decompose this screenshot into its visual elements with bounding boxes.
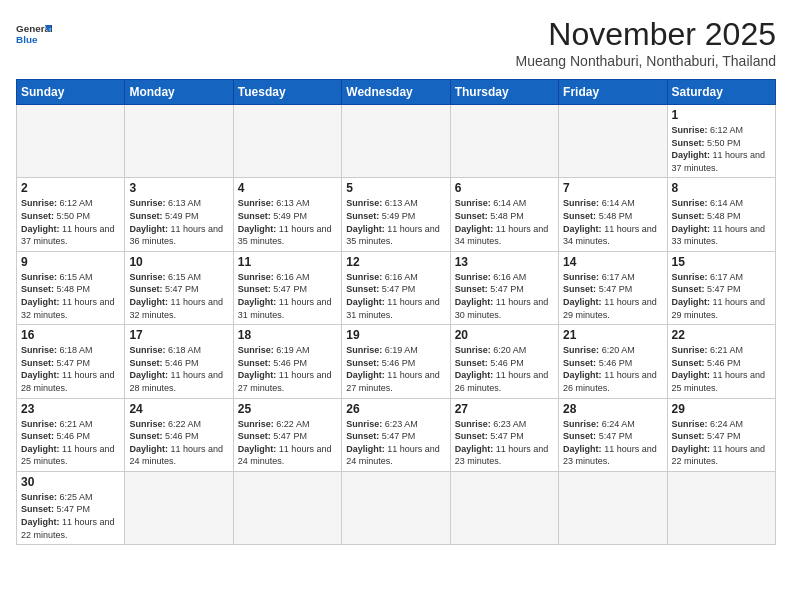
cell-content: Sunrise: 6:14 AMSunset: 5:48 PMDaylight:… bbox=[455, 197, 554, 247]
cell-content: Sunrise: 6:13 AMSunset: 5:49 PMDaylight:… bbox=[238, 197, 337, 247]
date-number: 4 bbox=[238, 181, 337, 195]
date-number: 18 bbox=[238, 328, 337, 342]
calendar-cell: 10Sunrise: 6:15 AMSunset: 5:47 PMDayligh… bbox=[125, 251, 233, 324]
week-row-5: 23Sunrise: 6:21 AMSunset: 5:46 PMDayligh… bbox=[17, 398, 776, 471]
date-number: 3 bbox=[129, 181, 228, 195]
week-row-6: 30Sunrise: 6:25 AMSunset: 5:47 PMDayligh… bbox=[17, 471, 776, 544]
daylight-label: Daylight: 11 hours and 26 minutes. bbox=[563, 370, 657, 393]
calendar-cell bbox=[17, 105, 125, 178]
sunset-label: Sunset: 5:49 PM bbox=[129, 211, 198, 221]
sunrise-label: Sunrise: 6:18 AM bbox=[129, 345, 201, 355]
daylight-label: Daylight: 11 hours and 25 minutes. bbox=[672, 370, 766, 393]
sunrise-label: Sunrise: 6:13 AM bbox=[346, 198, 418, 208]
calendar-cell: 19Sunrise: 6:19 AMSunset: 5:46 PMDayligh… bbox=[342, 325, 450, 398]
calendar-cell: 5Sunrise: 6:13 AMSunset: 5:49 PMDaylight… bbox=[342, 178, 450, 251]
daylight-label: Daylight: 11 hours and 35 minutes. bbox=[238, 224, 332, 247]
date-number: 17 bbox=[129, 328, 228, 342]
daylight-label: Daylight: 11 hours and 23 minutes. bbox=[563, 444, 657, 467]
calendar-cell: 30Sunrise: 6:25 AMSunset: 5:47 PMDayligh… bbox=[17, 471, 125, 544]
sunset-label: Sunset: 5:47 PM bbox=[563, 284, 632, 294]
calendar-cell bbox=[559, 105, 667, 178]
day-header-row: SundayMondayTuesdayWednesdayThursdayFrid… bbox=[17, 80, 776, 105]
daylight-label: Daylight: 11 hours and 24 minutes. bbox=[346, 444, 440, 467]
sunrise-label: Sunrise: 6:14 AM bbox=[455, 198, 527, 208]
daylight-label: Daylight: 11 hours and 34 minutes. bbox=[563, 224, 657, 247]
date-number: 16 bbox=[21, 328, 120, 342]
cell-content: Sunrise: 6:24 AMSunset: 5:47 PMDaylight:… bbox=[563, 418, 662, 468]
daylight-label: Daylight: 11 hours and 34 minutes. bbox=[455, 224, 549, 247]
date-number: 11 bbox=[238, 255, 337, 269]
date-number: 8 bbox=[672, 181, 771, 195]
cell-content: Sunrise: 6:15 AMSunset: 5:47 PMDaylight:… bbox=[129, 271, 228, 321]
sunrise-label: Sunrise: 6:13 AM bbox=[238, 198, 310, 208]
cell-content: Sunrise: 6:18 AMSunset: 5:46 PMDaylight:… bbox=[129, 344, 228, 394]
cell-content: Sunrise: 6:14 AMSunset: 5:48 PMDaylight:… bbox=[563, 197, 662, 247]
month-title: November 2025 bbox=[516, 16, 776, 53]
daylight-label: Daylight: 11 hours and 23 minutes. bbox=[455, 444, 549, 467]
sunrise-label: Sunrise: 6:13 AM bbox=[129, 198, 201, 208]
cell-content: Sunrise: 6:17 AMSunset: 5:47 PMDaylight:… bbox=[563, 271, 662, 321]
calendar-cell bbox=[233, 105, 341, 178]
daylight-label: Daylight: 11 hours and 22 minutes. bbox=[672, 444, 766, 467]
sunset-label: Sunset: 5:46 PM bbox=[672, 358, 741, 368]
date-number: 23 bbox=[21, 402, 120, 416]
calendar-cell: 12Sunrise: 6:16 AMSunset: 5:47 PMDayligh… bbox=[342, 251, 450, 324]
date-number: 10 bbox=[129, 255, 228, 269]
svg-text:General: General bbox=[16, 23, 52, 34]
daylight-label: Daylight: 11 hours and 22 minutes. bbox=[21, 517, 115, 540]
daylight-label: Daylight: 11 hours and 27 minutes. bbox=[346, 370, 440, 393]
sunset-label: Sunset: 5:48 PM bbox=[672, 211, 741, 221]
cell-content: Sunrise: 6:19 AMSunset: 5:46 PMDaylight:… bbox=[346, 344, 445, 394]
calendar-cell: 26Sunrise: 6:23 AMSunset: 5:47 PMDayligh… bbox=[342, 398, 450, 471]
daylight-label: Daylight: 11 hours and 36 minutes. bbox=[129, 224, 223, 247]
calendar-cell: 11Sunrise: 6:16 AMSunset: 5:47 PMDayligh… bbox=[233, 251, 341, 324]
cell-content: Sunrise: 6:19 AMSunset: 5:46 PMDaylight:… bbox=[238, 344, 337, 394]
sunset-label: Sunset: 5:46 PM bbox=[455, 358, 524, 368]
day-header-saturday: Saturday bbox=[667, 80, 775, 105]
calendar-cell: 9Sunrise: 6:15 AMSunset: 5:48 PMDaylight… bbox=[17, 251, 125, 324]
calendar-cell: 8Sunrise: 6:14 AMSunset: 5:48 PMDaylight… bbox=[667, 178, 775, 251]
sunset-label: Sunset: 5:48 PM bbox=[563, 211, 632, 221]
logo: General Blue bbox=[16, 16, 52, 52]
sunset-label: Sunset: 5:48 PM bbox=[21, 284, 90, 294]
calendar-cell bbox=[342, 105, 450, 178]
sunrise-label: Sunrise: 6:14 AM bbox=[672, 198, 744, 208]
cell-content: Sunrise: 6:23 AMSunset: 5:47 PMDaylight:… bbox=[455, 418, 554, 468]
sunrise-label: Sunrise: 6:16 AM bbox=[346, 272, 418, 282]
date-number: 21 bbox=[563, 328, 662, 342]
daylight-label: Daylight: 11 hours and 28 minutes. bbox=[129, 370, 223, 393]
calendar-cell: 17Sunrise: 6:18 AMSunset: 5:46 PMDayligh… bbox=[125, 325, 233, 398]
cell-content: Sunrise: 6:20 AMSunset: 5:46 PMDaylight:… bbox=[563, 344, 662, 394]
date-number: 20 bbox=[455, 328, 554, 342]
week-row-4: 16Sunrise: 6:18 AMSunset: 5:47 PMDayligh… bbox=[17, 325, 776, 398]
sunrise-label: Sunrise: 6:17 AM bbox=[563, 272, 635, 282]
date-number: 5 bbox=[346, 181, 445, 195]
title-area: November 2025 Mueang Nonthaburi, Nonthab… bbox=[516, 16, 776, 69]
day-header-tuesday: Tuesday bbox=[233, 80, 341, 105]
daylight-label: Daylight: 11 hours and 31 minutes. bbox=[346, 297, 440, 320]
cell-content: Sunrise: 6:23 AMSunset: 5:47 PMDaylight:… bbox=[346, 418, 445, 468]
date-number: 13 bbox=[455, 255, 554, 269]
sunset-label: Sunset: 5:46 PM bbox=[21, 431, 90, 441]
cell-content: Sunrise: 6:21 AMSunset: 5:46 PMDaylight:… bbox=[21, 418, 120, 468]
calendar-cell: 6Sunrise: 6:14 AMSunset: 5:48 PMDaylight… bbox=[450, 178, 558, 251]
date-number: 26 bbox=[346, 402, 445, 416]
daylight-label: Daylight: 11 hours and 25 minutes. bbox=[21, 444, 115, 467]
calendar-cell: 18Sunrise: 6:19 AMSunset: 5:46 PMDayligh… bbox=[233, 325, 341, 398]
sunset-label: Sunset: 5:47 PM bbox=[21, 358, 90, 368]
calendar-cell bbox=[125, 105, 233, 178]
cell-content: Sunrise: 6:22 AMSunset: 5:46 PMDaylight:… bbox=[129, 418, 228, 468]
sunrise-label: Sunrise: 6:16 AM bbox=[238, 272, 310, 282]
sunrise-label: Sunrise: 6:15 AM bbox=[21, 272, 93, 282]
sunset-label: Sunset: 5:47 PM bbox=[238, 431, 307, 441]
sunset-label: Sunset: 5:48 PM bbox=[455, 211, 524, 221]
calendar-cell: 7Sunrise: 6:14 AMSunset: 5:48 PMDaylight… bbox=[559, 178, 667, 251]
daylight-label: Daylight: 11 hours and 29 minutes. bbox=[563, 297, 657, 320]
calendar-table: SundayMondayTuesdayWednesdayThursdayFrid… bbox=[16, 79, 776, 545]
daylight-label: Daylight: 11 hours and 26 minutes. bbox=[455, 370, 549, 393]
sunrise-label: Sunrise: 6:16 AM bbox=[455, 272, 527, 282]
sunset-label: Sunset: 5:47 PM bbox=[455, 431, 524, 441]
cell-content: Sunrise: 6:25 AMSunset: 5:47 PMDaylight:… bbox=[21, 491, 120, 541]
calendar-cell: 20Sunrise: 6:20 AMSunset: 5:46 PMDayligh… bbox=[450, 325, 558, 398]
sunrise-label: Sunrise: 6:24 AM bbox=[563, 419, 635, 429]
